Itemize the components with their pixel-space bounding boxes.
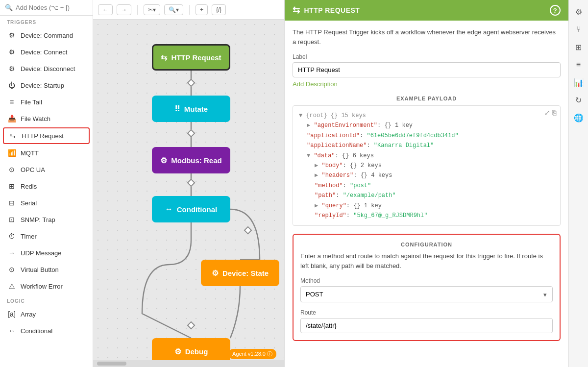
method-field-label: Method (300, 277, 553, 284)
device-connect-icon: ⚙ (7, 47, 17, 57)
route-field-group: Route (300, 309, 553, 333)
device-startup-icon: ⏻ (7, 80, 17, 90)
sidebar-item-redis[interactable]: ⊞Redis (0, 178, 93, 195)
node-conditional[interactable]: ↔ Conditional (152, 196, 230, 222)
node-device-state[interactable]: ⚙ Device: State (201, 260, 279, 286)
sidebar-item-device-startup[interactable]: ⏻Device: Startup (0, 77, 93, 94)
json-viewer: ⤢ ⎘ ▼ {root} {} 15 keys ▶ "agentEnvironm… (293, 105, 561, 226)
canvas[interactable]: ⇆ HTTP Request ⠿ Mutate ⚙ Modbus: Read ↔… (93, 20, 284, 367)
zoom-button[interactable]: 🔍▾ (164, 4, 183, 15)
http-request-icon: ⇆ (161, 53, 167, 62)
sidebar-item-conditional[interactable]: ↔Conditional (0, 322, 93, 339)
right-panel-header: ⇆ HTTP REQUEST ? (285, 0, 568, 21)
workflow-error-icon: ⚠ (7, 281, 17, 291)
modbus-icon: ⚙ (160, 156, 167, 165)
sidebar-item-device-disconnect[interactable]: ⚙Device: Disconnect (0, 60, 93, 77)
sidebar-item-array[interactable]: [a]Array (0, 306, 93, 322)
node-modbus-label: Modbus: Read (171, 156, 221, 165)
redis-icon: ⊞ (7, 181, 17, 191)
connector-1 (187, 79, 196, 87)
back-button[interactable]: ← (98, 4, 113, 15)
device-command-icon: ⚙ (7, 30, 17, 40)
gear-icon[interactable]: ⊞ (571, 39, 587, 55)
opc-ua-icon: ⊙ (7, 165, 17, 174)
snmp-trap-label: SNMP: Trap (21, 216, 55, 223)
toolbar: ← → ✂▾ 🔍▾ + {/} (93, 0, 284, 20)
debug-icon: ⚙ (174, 347, 181, 356)
sidebar-item-mqtt[interactable]: 📶MQTT (0, 145, 93, 161)
sidebar-item-udp-message[interactable]: →UDP Message (0, 245, 93, 261)
sidebar-item-virtual-button[interactable]: ⊙Virtual Button (0, 261, 93, 278)
sidebar-item-device-connect[interactable]: ⚙Device: Connect (0, 44, 93, 60)
right-panel-body: The HTTP Request Trigger kicks off a wor… (285, 21, 568, 367)
node-http-request-label: HTTP Request (171, 53, 221, 62)
sidebar-item-serial[interactable]: ⊟Serial (0, 195, 93, 211)
redis-label: Redis (21, 183, 37, 190)
device-disconnect-label: Device: Disconnect (21, 65, 75, 73)
mqtt-label: MQTT (21, 149, 39, 157)
sidebar-section-logic: LOGIC (0, 294, 93, 306)
label-field-group: Label (293, 53, 561, 77)
add-button[interactable]: + (196, 4, 208, 15)
node-device-state-label: Device: State (222, 269, 269, 277)
configuration-description: Enter a method and route to match agains… (300, 251, 553, 270)
label-input[interactable] (293, 62, 561, 77)
search-input[interactable] (16, 4, 93, 11)
http-request-label: HTTP Request (22, 132, 64, 140)
add-description-link[interactable]: Add Description (293, 80, 338, 88)
canvas-hscrollbar[interactable] (93, 360, 284, 367)
method-select[interactable]: GETPOSTPUTDELETEPATCHANY (300, 286, 553, 302)
sidebar-item-snmp-trap[interactable]: ⊡SNMP: Trap (0, 211, 93, 228)
label-field-label: Label (293, 53, 561, 60)
sidebar-item-device-command[interactable]: ⚙Device: Command (0, 27, 93, 44)
workflow-error-label: Workflow Error (21, 283, 63, 290)
divider-1 (137, 5, 138, 15)
json-line-2: ▶ "agentEnvironment": {} 1 key (299, 121, 554, 130)
hscroll-thumb[interactable] (97, 362, 126, 366)
search-icon: 🔍 (5, 4, 13, 11)
sidebar-item-file-tail[interactable]: ≡File Tail (0, 94, 93, 110)
sidebar-item-file-watch[interactable]: 📥File Watch (0, 110, 93, 127)
example-payload-header: EXAMPLE PAYLOAD (293, 96, 561, 101)
forward-button[interactable]: → (117, 4, 131, 15)
http-request-icon: ⇆ (8, 131, 18, 141)
route-input[interactable] (300, 318, 553, 333)
help-icon[interactable]: ? (550, 5, 561, 16)
file-tail-label: File Tail (21, 98, 42, 106)
chart-icon[interactable]: 📊 (571, 74, 587, 90)
json-expand-btn[interactable]: ⤢ (544, 109, 550, 117)
json-copy-btn[interactable]: ⎘ (552, 109, 556, 117)
mqtt-icon: 📶 (7, 148, 17, 158)
connector-3 (187, 179, 196, 187)
method-select-wrapper[interactable]: GETPOSTPUTDELETEPATCHANY ▾ (300, 286, 553, 302)
file-watch-label: File Watch (21, 115, 50, 122)
sidebar: 🔍 TRIGGERS⚙Device: Command⚙Device: Conne… (0, 0, 93, 367)
node-http-request[interactable]: ⇆ HTTP Request (152, 44, 230, 71)
code-button[interactable]: {/} (212, 4, 226, 15)
sidebar-item-workflow-error[interactable]: ⚠Workflow Error (0, 278, 93, 294)
refresh-icon[interactable]: ↻ (571, 92, 587, 108)
configuration-header: CONFIGURATION (300, 242, 553, 247)
sidebar-item-opc-ua[interactable]: ⊙OPC UA (0, 161, 93, 178)
sidebar-item-timer[interactable]: ⏱Timer (0, 228, 93, 245)
sidebar-item-http-request[interactable]: ⇆HTTP Request (3, 127, 90, 144)
settings-icon[interactable]: ⚙ (571, 4, 587, 20)
file-tail-icon: ≡ (7, 97, 17, 107)
node-mutate[interactable]: ⠿ Mutate (152, 96, 230, 122)
conditional-label: Conditional (21, 327, 52, 335)
json-line-4: "applicationName": "Kanarra Digital" (299, 141, 554, 150)
cut-button[interactable]: ✂▾ (144, 4, 160, 15)
snmp-trap-icon: ⊡ (7, 215, 17, 224)
main-area: ← → ✂▾ 🔍▾ + {/} (93, 0, 284, 367)
node-modbus-read[interactable]: ⚙ Modbus: Read (152, 147, 230, 173)
search-bar[interactable]: 🔍 (0, 0, 93, 16)
json-toolbar: ⤢ ⎘ (544, 109, 556, 117)
json-line-8: "method": "post" (299, 181, 554, 191)
json-line-5: ▼ "data": {} 6 keys (299, 151, 554, 161)
globe-icon[interactable]: 🌐 (571, 110, 587, 125)
virtual-button-label: Virtual Button (21, 266, 59, 273)
fork-icon[interactable]: ⑂ (571, 22, 587, 37)
header-title: HTTP REQUEST (304, 6, 360, 14)
device-connect-label: Device: Connect (21, 49, 67, 56)
layers-icon[interactable]: ≡ (571, 57, 587, 73)
